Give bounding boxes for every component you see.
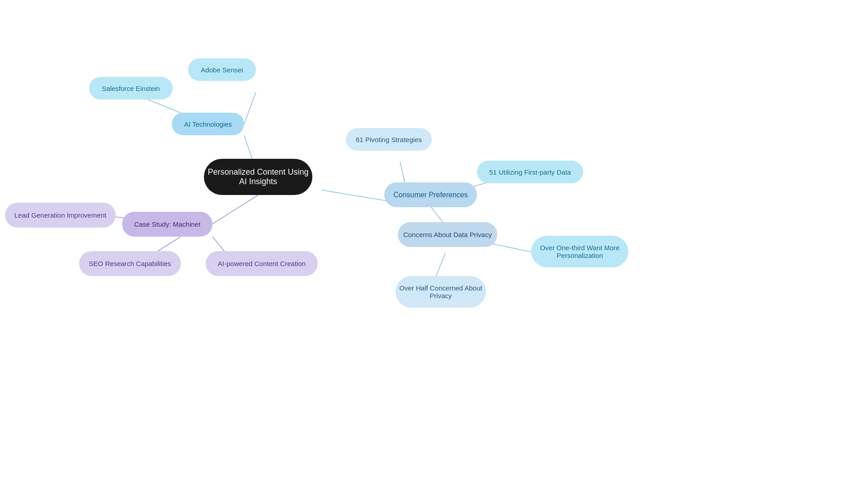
svg-line-3 (212, 195, 258, 224)
seo-research-node[interactable]: SEO Research Capabilities (79, 251, 181, 276)
over-third-node[interactable]: Over One-third Want More Personalization (531, 236, 628, 267)
seo-research-label: SEO Research Capabilities (89, 260, 171, 267)
case-study-label: Case Study: Machinet (134, 220, 201, 228)
adobe-sensei-node[interactable]: Adobe Sensei (188, 58, 256, 81)
center-node[interactable]: Personalized Content Using AI Insights (204, 159, 312, 195)
ai-technologies-label: AI Technologies (184, 120, 232, 128)
salesforce-einstein-node[interactable]: Salesforce Einstein (89, 77, 173, 100)
concerns-privacy-node[interactable]: Concerns About Data Privacy (398, 222, 497, 247)
concerns-privacy-label: Concerns About Data Privacy (403, 231, 492, 238)
over-third-label: Over One-third Want More Personalization (531, 244, 628, 259)
lead-generation-label: Lead Generation Improvement (14, 211, 106, 219)
adobe-sensei-label: Adobe Sensei (201, 66, 243, 74)
ai-content-label: AI-powered Content Creation (218, 260, 306, 267)
pivoting-strategies-node[interactable]: 61 Pivoting Strategies (346, 128, 432, 151)
pivoting-strategies-label: 61 Pivoting Strategies (356, 136, 422, 143)
svg-line-1 (244, 92, 256, 124)
consumer-preferences-node[interactable]: Consumer Preferences (384, 182, 477, 207)
case-study-node[interactable]: Case Study: Machinet (122, 212, 212, 237)
lead-generation-node[interactable]: Lead Generation Improvement (5, 203, 116, 228)
center-node-label: Personalized Content Using AI Insights (204, 167, 312, 186)
ai-technologies-node[interactable]: AI Technologies (172, 113, 244, 135)
over-half-label: Over Half Concerned About Privacy (396, 284, 486, 300)
over-half-node[interactable]: Over Half Concerned About Privacy (396, 276, 486, 308)
first-party-data-label: 51 Utilizing First-party Data (489, 168, 571, 176)
salesforce-einstein-label: Salesforce Einstein (102, 85, 160, 92)
first-party-data-node[interactable]: 51 Utilizing First-party Data (477, 161, 583, 183)
consumer-preferences-label: Consumer Preferences (393, 191, 468, 199)
ai-content-node[interactable]: AI-powered Content Creation (206, 251, 318, 276)
